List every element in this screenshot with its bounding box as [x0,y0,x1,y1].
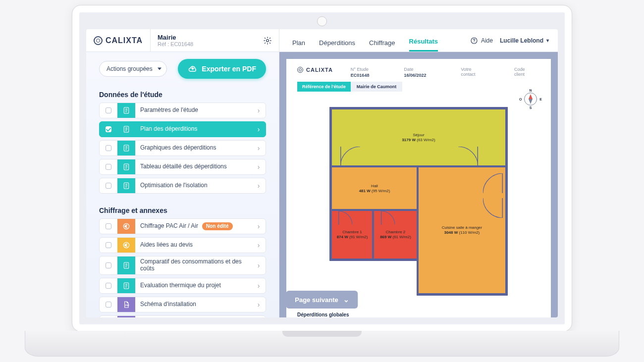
app-header: CALIXTA Mairie Réf : EC01648 Plan Dépe [86,29,558,52]
chevron-right-icon: › [252,301,266,309]
chevron-right-icon: › [252,261,266,269]
chevron-right-icon: › [252,106,266,114]
export-label: Exporter en PDF [202,65,256,73]
row-label: Plan des déperditions [135,126,252,133]
row-checkbox[interactable] [100,164,117,170]
donnees-list: Paramètres de l'étude›Plan des déperditi… [86,103,279,202]
svg-text:PDF: PDF [125,304,130,307]
chiffrage-row[interactable]: PDFSchéma d'installation› [99,297,266,312]
chevron-down-icon: ▾ [546,38,549,43]
doc-ref-bar: Référence de l'étude Mairie de Caumont [297,82,540,92]
help-link[interactable]: Aide [470,37,493,45]
doc-etude-h: N° Etude [351,67,370,72]
row-type-icon [117,257,135,274]
header-right: Aide Lucille Leblond ▾ [461,29,558,52]
door-icon [483,173,503,193]
row-type-icon [117,103,135,118]
next-page-label: Page suivante [295,296,338,304]
donnees-row[interactable]: Tableau détaillé des déperditions› [99,159,266,175]
row-checkbox[interactable] [100,283,117,289]
chiffrage-row[interactable]: Chiffrage PAC Air / AirNon édité› [99,218,266,234]
svg-point-2 [474,42,474,42]
doc-date-v: 16/06/2022 [404,73,426,78]
row-checkbox[interactable] [100,183,117,189]
chiffrage-row[interactable]: Evaluation thermique du projet› [99,278,266,294]
row-checkbox[interactable] [100,107,117,113]
row-label: Schéma d'installation [135,301,252,308]
bulk-actions-label: Actions groupées [107,65,153,72]
row-checkbox[interactable] [100,126,117,132]
svg-point-0 [267,39,269,42]
next-page-button[interactable]: Page suivante ⌄ [286,291,358,309]
doc-code-h: Code client [514,67,530,77]
row-label: Evaluation thermique du projet [135,282,252,289]
chevron-right-icon: › [252,182,266,190]
donnees-row[interactable]: Paramètres de l'étude› [99,103,266,118]
row-type-icon [117,178,135,193]
donnees-row[interactable]: Plan des déperditions› [99,121,266,137]
chevron-right-icon: › [252,163,266,171]
door-icon [381,211,395,225]
row-checkbox[interactable] [100,302,117,308]
user-menu[interactable]: Lucille Leblond ▾ [500,37,549,44]
row-label: Paramètres de l'étude [135,107,252,114]
export-icon [188,64,198,74]
donnees-row[interactable]: Optimisation de l'isolation› [99,178,266,194]
doc-ref-value: Mairie de Caumont [351,82,403,92]
brand-area[interactable]: CALIXTA [86,29,151,52]
row-checkbox[interactable] [100,242,117,248]
help-label: Aide [481,37,493,44]
document-preview: CALIXTA N° Etude EC01648 Date 16/06/2022 [286,59,551,317]
sidebar: Actions groupées Exporter en PDF Données… [86,52,279,317]
row-checkbox[interactable] [100,145,117,151]
doc-date-h: Date [404,67,426,72]
doc-etude-v: EC01648 [351,73,370,78]
laptop-frame: CALIXTA Mairie Réf : EC01648 Plan Dépe [25,0,619,357]
doc-brand-word: CALIXTA [306,67,333,73]
chevron-right-icon: › [252,222,266,230]
user-name: Lucille Leblond [500,37,543,44]
row-type-icon [117,159,135,174]
doc-contact-h: Votre contact [461,67,479,77]
row-label: Chiffrage PAC Air / AirNon édité [135,222,252,230]
laptop-base [25,331,619,357]
chiffrage-row[interactable]: PDFDocumentation commerciale› [99,315,266,317]
row-type-icon [117,122,135,137]
tab-plan[interactable]: Plan [292,39,305,52]
room-hall: Hall 481 W (95 W/m2) [332,167,417,210]
bulk-actions-select[interactable]: Actions groupées [99,61,167,77]
section-chiffrage-title: Chiffrage et annexes [86,202,279,218]
project-title-block: Mairie Réf : EC01648 [151,29,279,52]
camera-dot [317,16,327,26]
door-icon [483,198,503,218]
door-icon [340,147,360,166]
row-type-icon [117,141,135,155]
preview-pane: CALIXTA N° Etude EC01648 Date 16/06/2022 [279,52,558,317]
doc-brand-mark-icon [297,67,303,73]
screen-bezel: CALIXTA Mairie Réf : EC01648 Plan Dépe [72,5,572,332]
chiffrage-row[interactable]: Comparatif des consommations et des coût… [99,256,266,275]
tab-resultats[interactable]: Résultats [409,38,438,52]
row-label: Aides liées au devis [135,242,252,249]
help-icon [470,37,478,45]
donnees-row[interactable]: Graphiques des déperditions› [99,140,266,156]
row-checkbox[interactable] [100,223,117,229]
brand-logo: CALIXTA [94,36,143,45]
chevron-right-icon: › [252,241,266,249]
doc-header: CALIXTA N° Etude EC01648 Date 16/06/2022 [297,67,540,82]
row-type-icon: PDF [117,316,135,317]
gear-icon[interactable] [263,36,272,45]
tab-deperditions[interactable]: Déperditions [319,39,355,52]
chiffrage-row[interactable]: Aides liées au devis› [99,237,266,253]
main-tabs: Plan Déperditions Chiffrage Résultats [279,29,461,52]
project-ref: Réf : EC01648 [158,41,258,47]
row-type-icon [117,278,135,293]
deperditions-title: Déperditions globales [297,310,540,317]
doc-brand-logo: CALIXTA [297,67,333,73]
chevron-right-icon: › [252,144,266,152]
chevron-right-icon: › [252,282,266,290]
row-checkbox[interactable] [100,262,117,268]
row-type-icon [117,238,135,253]
tab-chiffrage[interactable]: Chiffrage [369,39,395,52]
export-pdf-button[interactable]: Exporter en PDF [178,59,266,79]
